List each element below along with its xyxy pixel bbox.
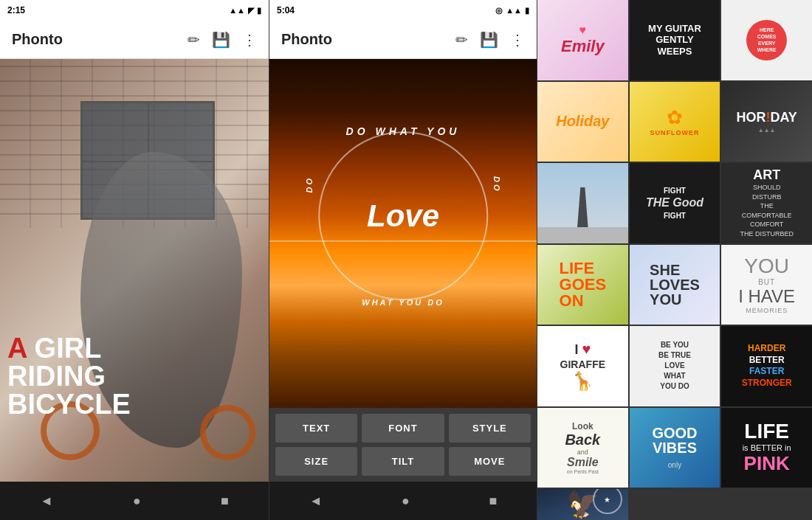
status-bar-2: 5:04 ◎ ▲▲ ▮ — [269, 0, 537, 21]
grid-cell-sunflower[interactable]: ✿ SUNFLOWER — [630, 82, 720, 162]
grid-cell-she-loves[interactable]: SHELOVESYOU — [630, 245, 720, 325]
grid-cell-giraffe[interactable]: I ♥ GIRAFFE 🦒 — [537, 326, 628, 406]
signal-icon: ▲▲ — [229, 6, 245, 15]
nav-bar-1: ◄ ● ■ — [0, 482, 269, 520]
be-you-text: BE YOUBE TRUELOVEWHATYOU DO — [658, 340, 691, 392]
battery-icon-2: ▮ — [525, 6, 529, 15]
time-2: 5:04 — [277, 5, 295, 15]
fight-text: FIGHTTHE GoodFIGHT — [646, 186, 703, 221]
only-text: only — [668, 461, 681, 469]
holiday-text: Holiday — [556, 113, 609, 130]
grid-cell-holiday[interactable]: Holiday — [537, 82, 628, 162]
giraffe-word: GIRAFFE — [560, 358, 605, 370]
time-1: 2:15 — [7, 5, 25, 15]
edit-icon-2[interactable]: ✏ — [455, 31, 468, 49]
grid-cell-art[interactable]: ART SHOULDDISTURBTHECOMFORTABLECOMFORTTH… — [721, 163, 812, 243]
letter-a: A — [7, 333, 27, 364]
grid-cell-fight[interactable]: FIGHTTHE GoodFIGHT — [630, 163, 720, 243]
fight-good-text: THE Good — [646, 196, 703, 209]
signal-icon-2: ◎ — [495, 6, 503, 15]
toolbar-2: Phonto ✏ 💾 ⋮ — [269, 21, 537, 59]
app-title-1: Phonto — [12, 31, 63, 48]
wifi-icon-2: ▲▲ — [506, 6, 522, 15]
wifi-icon: ◤ — [248, 6, 254, 15]
font-btn[interactable]: FONT — [362, 414, 444, 443]
save-icon-2[interactable]: 💾 — [480, 31, 498, 49]
grid-cell-guitar[interactable]: MY GUITARGENTLYWEEPS — [630, 0, 720, 80]
life-text: LIFE — [743, 420, 791, 443]
giraffe-heart: ♥ — [582, 341, 591, 357]
look-back-content: Look Back and Smile on Perils Past — [565, 421, 600, 474]
save-icon[interactable]: 💾 — [212, 31, 230, 49]
horiday-content: HOR!DAY ▲▲▲ — [736, 110, 796, 134]
nav-bar-2: ◄ ● ■ — [269, 482, 537, 520]
back-btn-2[interactable]: ◄ — [309, 493, 323, 509]
grid-cell-here[interactable]: HERECOMESEVERYWHERE — [721, 0, 812, 80]
size-btn[interactable]: SIZE — [275, 447, 357, 476]
emily-content: ♥ Emily — [561, 24, 605, 56]
giraffe-i-text: I — [574, 342, 582, 357]
arc-right: DO — [492, 176, 501, 193]
better-word: BETTER — [749, 355, 785, 365]
arc-top: DO WHAT YOU — [303, 125, 503, 137]
love-word: Love — [367, 198, 439, 234]
more-icon[interactable]: ⋮ — [242, 31, 257, 49]
is-better-text: is BETTER in — [743, 443, 791, 452]
tilt-btn[interactable]: TILT — [362, 447, 444, 476]
grid-cell-harder[interactable]: HARDER BETTER FASTER STRONGER — [721, 326, 812, 406]
back-btn-1[interactable]: ◄ — [40, 493, 53, 509]
faster-word: FASTER — [749, 366, 784, 376]
more-icon-2[interactable]: ⋮ — [510, 31, 525, 49]
love-text-center: Love — [367, 198, 439, 234]
stronger-word: STRONGER — [742, 378, 792, 388]
back-text: Back — [565, 431, 600, 448]
phone-2: 5:04 ◎ ▲▲ ▮ Phonto ✏ 💾 ⋮ DO WHAT YOU DO … — [269, 0, 537, 520]
phone-1: 2:15 ▲▲ ◤ ▮ Phonto ✏ 💾 ⋮ A GIRLRIDINGBIC… — [0, 0, 269, 520]
arc-left: DO — [305, 176, 314, 193]
recents-btn-2[interactable]: ■ — [489, 493, 497, 509]
horiday-text: HOR!DAY — [736, 110, 796, 125]
edit-icon[interactable]: ✏ — [187, 31, 200, 49]
home-btn-1[interactable]: ● — [133, 493, 141, 509]
good-vibes-text: GOODVIBESonly — [652, 426, 697, 470]
exclaim-icon: ! — [765, 110, 770, 125]
grid-cell-emily[interactable]: ♥ Emily — [537, 0, 628, 80]
main-image-1: A GIRLRIDINGBICYCLE — [0, 59, 269, 482]
you-have-content: YOU BUT I HAVE MEMORIES — [738, 254, 795, 314]
bottom-controls: TEXT FONT STYLE SIZE TILT MOVE — [269, 408, 537, 482]
sunflower-content: ✿ SUNFLOWER — [650, 106, 699, 136]
here-comes-circle: HERECOMESEVERYWHERE — [746, 20, 787, 60]
grid-cell-silhouette[interactable] — [537, 163, 628, 243]
bike-text-overlay: A GIRLRIDINGBICYCLE — [7, 334, 131, 418]
bike-wheel-back — [200, 405, 255, 460]
grid-cell-good-vibes[interactable]: GOODVIBESonly — [630, 408, 720, 488]
giraffe-content: I ♥ GIRAFFE 🦒 — [557, 338, 608, 395]
grid-cell-you-have[interactable]: YOU BUT I HAVE MEMORIES — [721, 245, 812, 325]
sunset-canvas[interactable]: DO WHAT YOU DO DO WHAT YOU DO Love — [269, 59, 537, 408]
art-small-text: SHOULDDISTURBTHECOMFORTABLECOMFORTTHE DI… — [740, 183, 794, 239]
eagle-bg: 🦅 ★ — [537, 489, 628, 520]
smile-text: Smile — [565, 456, 600, 469]
grid-panel: ♥ Emily MY GUITARGENTLYWEEPS HERECOMESEV… — [537, 0, 812, 520]
status-icons-2: ◎ ▲▲ ▮ — [495, 6, 529, 15]
recents-btn-1[interactable]: ■ — [221, 493, 229, 509]
grid-cell-be-you[interactable]: BE YOUBE TRUELOVEWHATYOU DO — [630, 326, 720, 406]
and-text: and — [565, 448, 600, 456]
grid-cell-horiday[interactable]: HOR!DAY ▲▲▲ — [721, 82, 812, 162]
move-btn[interactable]: MOVE — [449, 447, 531, 476]
look-text: Look — [565, 421, 600, 431]
art-big-text: ART — [740, 167, 794, 183]
grid-cell-life-goes[interactable]: LIFEGOESON — [537, 245, 628, 325]
silhouette-bg — [537, 163, 628, 243]
home-btn-2[interactable]: ● — [402, 493, 410, 509]
style-btn[interactable]: STYLE — [449, 414, 531, 443]
app-title-2: Phonto — [281, 31, 332, 48]
grid-cell-look-back[interactable]: Look Back and Smile on Perils Past — [537, 408, 628, 488]
text-btn[interactable]: TEXT — [275, 414, 357, 443]
grid-cell-life-pink[interactable]: LIFE is BETTER in PINK — [721, 408, 812, 488]
circular-text-area: DO WHAT YOU DO DO WHAT YOU DO Love — [303, 117, 503, 316]
perils-text: on Perils Past — [565, 469, 600, 474]
star-icon: ★ — [604, 496, 610, 504]
grid-cell-eagle[interactable]: 🦅 ★ — [537, 489, 628, 520]
horiday-sub: ▲▲▲ — [736, 127, 796, 134]
